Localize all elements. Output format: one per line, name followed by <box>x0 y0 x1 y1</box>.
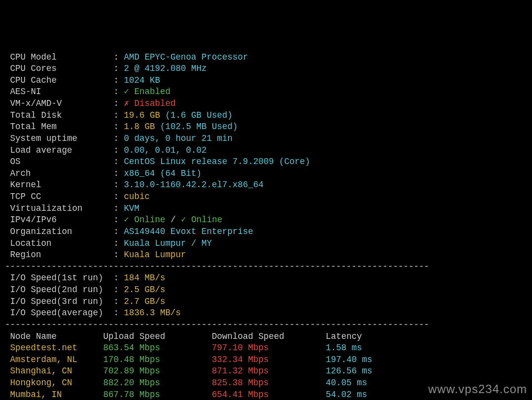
info-row: IPv4/IPv6 : ✓ Online / ✓ Online <box>5 214 527 226</box>
speed-row: Shanghai, CN 702.89 Mbps 871.32 Mbps 126… <box>5 366 527 377</box>
info-row: AES-NI : ✓ Enabled <box>5 86 527 98</box>
io-row: I/O Speed(average) : 1836.3 MB/s <box>5 307 527 319</box>
divider: ----------------------------------------… <box>5 261 527 273</box>
info-row: Virtualization : KVM <box>5 203 527 215</box>
info-row: OS : CentOS Linux release 7.9.2009 (Core… <box>5 156 527 168</box>
info-row: CPU Cache : 1024 KB <box>5 75 527 87</box>
info-row: Arch : x86_64 (64 Bit) <box>5 168 527 180</box>
info-row: Region : Kuala Lumpur <box>5 249 527 261</box>
info-row: VM-x/AMD-V : ✗ Disabled <box>5 98 527 110</box>
io-row: I/O Speed(1st run) : 184 MB/s <box>5 272 527 284</box>
info-row: System uptime : 0 days, 0 hour 21 min <box>5 133 527 145</box>
info-row: Total Mem : 1.8 GB (102.5 MB Used) <box>5 121 527 133</box>
info-row: TCP CC : cubic <box>5 191 527 203</box>
speed-row: Speedtest.net 863.54 Mbps 797.10 Mbps 1.… <box>5 342 527 354</box>
info-row: Location : Kuala Lumpur / MY <box>5 238 527 250</box>
info-row: Total Disk : 19.6 GB (1.6 GB Used) <box>5 110 527 122</box>
info-row: CPU Cores : 2 @ 4192.080 MHz <box>5 63 527 75</box>
io-row: I/O Speed(2nd run) : 2.5 GB/s <box>5 284 527 296</box>
info-row: CPU Model : AMD EPYC-Genoa Processor <box>5 52 527 64</box>
io-row: I/O Speed(3rd run) : 2.7 GB/s <box>5 296 527 308</box>
info-row: Load average : 0.00, 0.01, 0.02 <box>5 145 527 157</box>
speed-row: Amsterdam, NL 170.48 Mbps 332.34 Mbps 19… <box>5 354 527 366</box>
speed-header: Node Name Upload Speed Download Speed La… <box>5 331 527 343</box>
info-row: Organization : AS149440 Evoxt Enterprise <box>5 226 527 238</box>
divider: ----------------------------------------… <box>5 319 527 331</box>
info-row: Kernel : 3.10.0-1160.42.2.el7.x86_64 <box>5 179 527 191</box>
watermark-text: www.vps234.com <box>428 381 527 397</box>
terminal-output: CPU Model : AMD EPYC-Genoa Processor CPU… <box>5 52 527 400</box>
